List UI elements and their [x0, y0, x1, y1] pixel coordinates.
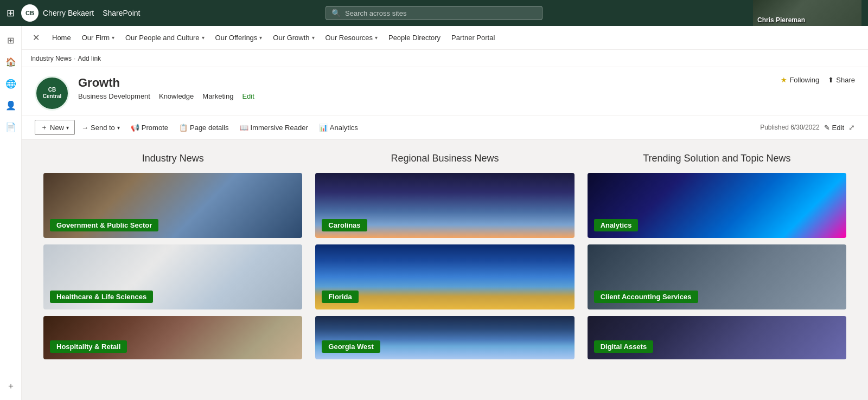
breadcrumb-separator: ·	[74, 55, 75, 62]
tile-grid-regional: Carolinas Florida Georgia West	[315, 173, 574, 359]
top-right: Chris Piereman	[753, 0, 861, 26]
tile-hospitality[interactable]: Hospitality & Retail	[43, 316, 302, 359]
immersive-reader-button[interactable]: 📖 Immersive Reader	[235, 121, 312, 134]
promote-button[interactable]: 📢 Promote	[126, 121, 173, 134]
layout: ⊞ 🏠 🌐 👤 📄 ＋ ✕ Home Our Firm ▾ Our People…	[0, 26, 868, 400]
breadcrumb: Industry News · Add link	[22, 50, 868, 67]
search-icon: 🔍	[331, 9, 341, 17]
tile-label-client: Client Accounting Services	[594, 291, 698, 303]
brand-name: Cherry Bekaert	[43, 9, 94, 17]
analytics-icon: 📊	[319, 124, 328, 132]
nav-bar: ✕ Home Our Firm ▾ Our People and Culture…	[22, 26, 868, 50]
toolbar-edit-button[interactable]: ✎ Edit	[824, 124, 844, 132]
share-icon: ⬆	[828, 76, 834, 84]
column-title-industry: Industry News	[43, 153, 302, 164]
search-input[interactable]	[345, 9, 537, 17]
immersive-reader-icon: 📖	[240, 124, 248, 132]
tile-label-hospitality: Hospitality & Retail	[50, 340, 127, 353]
tile-grid-industry: Government & Public Sector Healthcare & …	[43, 173, 302, 359]
tag-marketing[interactable]: Marketing	[202, 92, 233, 100]
app-name: SharePoint	[103, 9, 140, 17]
sidebar: ⊞ 🏠 🌐 👤 📄 ＋	[0, 26, 22, 400]
nav-our-resources[interactable]: Our Resources ▾	[321, 26, 382, 50]
plus-icon: ＋	[41, 122, 48, 132]
send-icon: →	[81, 124, 88, 132]
sidebar-user-icon[interactable]: 👤	[1, 95, 21, 115]
page-header: CBCentral Growth Business Development Kn…	[22, 67, 868, 115]
tag-edit[interactable]: Edit	[242, 92, 254, 100]
following-button[interactable]: ★ Following	[781, 76, 819, 84]
tile-carolinas[interactable]: Carolinas	[315, 173, 574, 238]
page-header-left: CBCentral Growth Business Development Kn…	[35, 76, 254, 111]
columns-grid: Industry News Government & Public Sector…	[43, 153, 846, 359]
tile-image-digital	[588, 316, 846, 359]
tile-healthcare[interactable]: Healthcare & Life Sciences	[43, 244, 302, 309]
expand-icon[interactable]: ⤢	[848, 123, 855, 132]
tile-label-digital: Digital Assets	[594, 340, 654, 353]
tile-grid-trending: Analytics Client Accounting Services Dig…	[588, 173, 846, 359]
tile-label-carolinas: Carolinas	[322, 219, 367, 231]
sidebar-waffle-icon[interactable]: ⊞	[1, 30, 21, 50]
tile-label-government: Government & Public Sector	[50, 219, 158, 231]
top-bar: ⊞ CB Cherry Bekaert SharePoint 🔍 Chris P…	[0, 0, 868, 26]
nav-partner-portal[interactable]: Partner Portal	[447, 26, 499, 50]
toolbar: ＋ New ▾ → Send to ▾ 📢 Promote 📋 Page det…	[22, 115, 868, 140]
tile-georgia[interactable]: Georgia West	[315, 316, 574, 359]
analytics-button[interactable]: 📊 Analytics	[315, 121, 362, 134]
breadcrumb-growth-hub[interactable]: Industry News	[30, 55, 72, 62]
content-area: Industry News Government & Public Sector…	[22, 140, 868, 400]
tag-business-dev[interactable]: Business Development	[78, 92, 150, 100]
tile-image-georgia	[315, 316, 574, 359]
main-content: ✕ Home Our Firm ▾ Our People and Culture…	[22, 26, 868, 400]
user-avatar[interactable]: Chris Piereman	[753, 0, 861, 26]
user-name: Chris Piereman	[757, 16, 805, 24]
breadcrumb-add-link[interactable]: Add link	[78, 55, 101, 62]
nav-our-firm[interactable]: Our Firm ▾	[78, 26, 119, 50]
send-to-button[interactable]: → Send to ▾	[77, 121, 124, 134]
sidebar-doc-icon[interactable]: 📄	[1, 117, 21, 137]
tile-government[interactable]: Government & Public Sector	[43, 173, 302, 238]
page-details-button[interactable]: 📋 Page details	[175, 121, 233, 134]
page-tags: Business Development Knowledge Marketing…	[78, 92, 254, 100]
column-title-trending: Trending Solution and Topic News	[588, 153, 846, 164]
tile-digital-assets[interactable]: Digital Assets	[588, 316, 846, 359]
column-industry-news: Industry News Government & Public Sector…	[43, 153, 302, 359]
edit-pencil-icon: ✎	[824, 124, 830, 132]
page-details-icon: 📋	[179, 124, 188, 132]
new-chevron-icon: ▾	[66, 125, 69, 131]
column-regional: Regional Business News Carolinas Florida	[315, 153, 574, 359]
search-bar[interactable]: 🔍	[326, 6, 542, 20]
sidebar-globe-icon[interactable]: 🌐	[1, 74, 21, 93]
sidebar-add-icon[interactable]: ＋	[1, 376, 21, 396]
tile-florida[interactable]: Florida	[315, 244, 574, 309]
new-button[interactable]: ＋ New ▾	[35, 120, 75, 135]
nav-people-directory[interactable]: People Directory	[384, 26, 445, 50]
tag-knowledge[interactable]: Knowledge	[159, 92, 194, 100]
sidebar-home-icon[interactable]: 🏠	[1, 52, 21, 72]
tile-analytics[interactable]: Analytics	[588, 173, 846, 238]
column-title-regional: Regional Business News	[315, 153, 574, 164]
nav-our-people[interactable]: Our People and Culture ▾	[121, 26, 209, 50]
sendto-chevron-icon: ▾	[117, 125, 120, 131]
logo-icon: CB	[21, 4, 39, 22]
tile-client-accounting[interactable]: Client Accounting Services	[588, 244, 846, 309]
waffle-icon[interactable]: ⊞	[7, 7, 15, 19]
column-trending: Trending Solution and Topic News Analyti…	[588, 153, 846, 359]
tile-label-georgia: Georgia West	[322, 340, 380, 353]
star-icon: ★	[781, 76, 787, 84]
nav-our-offerings[interactable]: Our Offerings ▾	[211, 26, 267, 50]
nav-our-growth[interactable]: Our Growth ▾	[269, 26, 318, 50]
toolbar-right: Published 6/30/2022 ✎ Edit ⤢	[760, 123, 855, 132]
share-button[interactable]: ⬆ Share	[828, 76, 855, 84]
published-text: Published 6/30/2022	[760, 124, 819, 131]
page-icon: CBCentral	[35, 76, 69, 111]
nav-close-button[interactable]: ✕	[30, 33, 41, 43]
nav-home[interactable]: Home	[48, 26, 75, 50]
promote-icon: 📢	[131, 124, 139, 132]
brand-logo: CB Cherry Bekaert	[21, 4, 94, 22]
tile-label-analytics: Analytics	[594, 219, 639, 231]
page-title: Growth	[78, 76, 254, 90]
tile-image-hospitality	[43, 316, 302, 359]
tile-label-healthcare: Healthcare & Life Sciences	[50, 291, 153, 303]
page-title-area: Growth Business Development Knowledge Ma…	[78, 76, 254, 100]
